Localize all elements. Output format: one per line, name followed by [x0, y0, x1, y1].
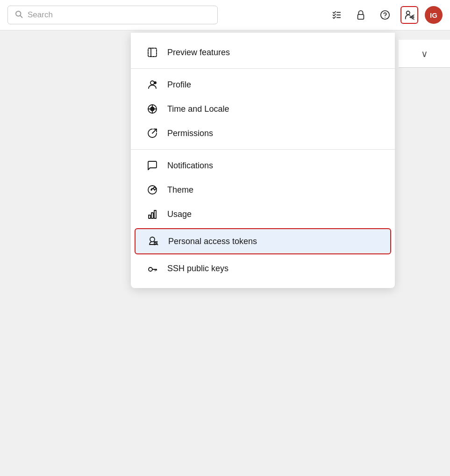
svg-point-12 [150, 81, 154, 85]
menu-item-profile[interactable]: Profile [131, 72, 395, 97]
svg-point-30 [150, 237, 155, 242]
svg-rect-28 [151, 213, 153, 218]
svg-rect-10 [148, 48, 157, 57]
menu-item-personal-access-tokens[interactable]: Personal access tokens [135, 228, 391, 254]
menu-label-ssh-public-keys: SSH public keys [167, 264, 229, 274]
permissions-icon [146, 128, 159, 139]
search-placeholder: Search [28, 10, 53, 20]
time-locale-icon [146, 103, 159, 115]
svg-rect-5 [358, 14, 364, 19]
menu-item-usage[interactable]: Usage [131, 202, 395, 226]
checklist-icon-btn[interactable] [328, 6, 345, 24]
menu-label-usage: Usage [167, 209, 192, 219]
personal-access-tokens-icon [147, 236, 160, 247]
preview-features-icon [146, 47, 159, 58]
menu-label-notifications: Notifications [167, 161, 213, 171]
svg-line-32 [157, 245, 158, 245]
svg-point-15 [150, 107, 154, 111]
menu-item-notifications[interactable]: Notifications [131, 153, 395, 178]
search-box[interactable]: Search [7, 6, 218, 24]
notifications-icon [146, 160, 159, 171]
menu-label-profile: Profile [167, 80, 191, 90]
menu-item-theme[interactable]: Theme [131, 178, 395, 202]
menu-item-time-locale[interactable]: Time and Locale [131, 97, 395, 121]
lock-icon-btn[interactable] [352, 6, 370, 24]
chevron-down-icon: ∨ [421, 48, 428, 59]
svg-line-1 [20, 15, 22, 17]
menu-label-preview-features: Preview features [167, 48, 230, 58]
navbar: Search [0, 0, 450, 30]
menu-item-preview-features[interactable]: Preview features [131, 40, 395, 65]
svg-point-8 [407, 11, 410, 14]
menu-item-ssh-public-keys[interactable]: SSH public keys [131, 256, 395, 281]
ssh-public-keys-icon [146, 263, 159, 274]
svg-point-34 [149, 267, 152, 271]
help-icon-btn[interactable] [376, 6, 394, 24]
menu-item-permissions[interactable]: Permissions [131, 121, 395, 145]
divider-1 [131, 68, 395, 69]
svg-line-20 [152, 129, 157, 133]
avatar-label: IG [430, 11, 437, 19]
right-panel-hint: ∨ [399, 40, 450, 68]
divider-2 [131, 149, 395, 150]
dropdown-menu: Preview features Profile Time [131, 33, 395, 288]
menu-label-permissions: Permissions [167, 129, 213, 138]
svg-rect-29 [154, 210, 156, 218]
user-settings-icon-btn[interactable] [400, 6, 418, 24]
svg-rect-27 [149, 215, 150, 218]
usage-icon [146, 209, 159, 220]
menu-label-time-locale: Time and Locale [167, 104, 229, 114]
theme-icon [146, 184, 159, 195]
svg-line-33 [154, 242, 155, 242]
nav-icons: IG [328, 6, 443, 24]
menu-label-personal-access-tokens: Personal access tokens [168, 237, 257, 246]
profile-icon [146, 79, 159, 90]
search-icon [14, 10, 23, 20]
avatar-btn[interactable]: IG [425, 6, 443, 24]
menu-label-theme: Theme [167, 185, 193, 195]
